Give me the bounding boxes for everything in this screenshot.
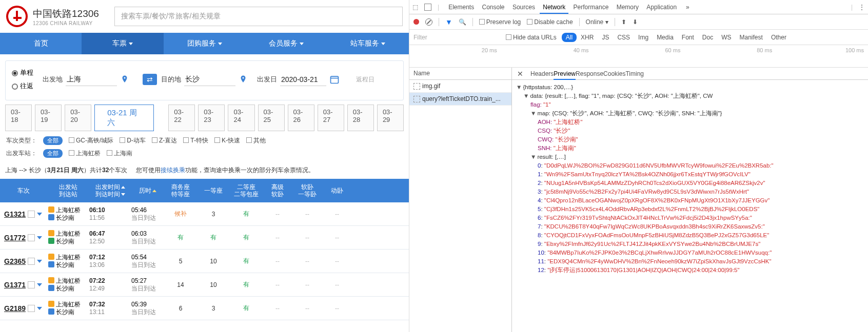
- nav-ticket[interactable]: 车票: [82, 33, 163, 54]
- type-filter-pill[interactable]: Manifest: [736, 33, 767, 42]
- date-tab[interactable]: 03-18: [5, 105, 32, 131]
- date-tab[interactable]: 03-25: [258, 105, 285, 131]
- devtools-tab[interactable]: Console: [479, 2, 508, 13]
- site-search-input[interactable]: 搜索车票/餐饮/常旅客/相关规章: [114, 7, 403, 26]
- close-detail-button[interactable]: ✕: [517, 70, 523, 78]
- col-first[interactable]: 一等座: [197, 187, 230, 194]
- type-filter-pill[interactable]: CSS: [613, 33, 634, 42]
- nav-home[interactable]: 首页: [0, 33, 82, 54]
- detail-tab[interactable]: Headers: [530, 70, 554, 77]
- date-tab[interactable]: 03-24: [228, 105, 254, 131]
- date-input[interactable]: [280, 73, 326, 86]
- devtools-tab[interactable]: Application: [643, 2, 680, 13]
- filter-checkbox[interactable]: 上海虹桥: [69, 149, 101, 158]
- filter-checkbox[interactable]: T-特快: [183, 136, 208, 145]
- date-tab[interactable]: 03-23: [198, 105, 225, 131]
- swap-button[interactable]: ⇄: [143, 74, 157, 85]
- table-row[interactable]: G1371上海虹桥长沙南07:2212:4905:27当日到达1410有----…: [0, 273, 409, 297]
- type-filter-pill[interactable]: Other: [767, 33, 791, 42]
- filter-checkbox[interactable]: Z-直达: [152, 136, 177, 145]
- expand-icon[interactable]: [37, 213, 42, 216]
- clear-button[interactable]: [425, 18, 432, 26]
- table-row[interactable]: G1772上海虹桥长沙南06:4712:5006:03当日到达有有有------: [0, 226, 409, 250]
- date-tab[interactable]: 03-26: [288, 105, 314, 131]
- preview-tree[interactable]: ▼{httpstatus: 200,…}▼data: {result: [,…]…: [512, 80, 868, 278]
- date-tab[interactable]: 03-19: [35, 105, 62, 131]
- devtools-tab[interactable]: Elements: [445, 2, 477, 13]
- more-tabs[interactable]: »: [686, 4, 689, 11]
- table-row[interactable]: G2365上海虹桥长沙南07:1213:0605:54当日到达510有-----…: [0, 250, 409, 273]
- col-second[interactable]: 二等座二等包座: [230, 183, 263, 198]
- date-tab[interactable]: 03-20: [65, 105, 91, 131]
- expand-icon[interactable]: [37, 307, 42, 310]
- date-tab[interactable]: 03-21 周六: [94, 105, 154, 131]
- devtools-tab[interactable]: Memory: [614, 2, 642, 13]
- throttling-select[interactable]: Online ▾: [586, 18, 608, 26]
- filter-all[interactable]: 全部: [43, 149, 63, 158]
- devtools-tab[interactable]: Performance: [570, 2, 612, 13]
- date-tab[interactable]: 03-29: [377, 105, 404, 131]
- timeline[interactable]: 20 ms40 ms60 ms80 ms100 ms: [409, 45, 868, 68]
- trip-round-radio[interactable]: 往返: [12, 81, 33, 91]
- detail-tab[interactable]: Timing: [625, 70, 644, 77]
- col-train-no[interactable]: 车次: [0, 187, 47, 194]
- table-row[interactable]: G1321上海虹桥长沙南06:1011:5605:46当日到达候补3有-----…: [0, 202, 409, 226]
- devtools-tab[interactable]: Network: [540, 2, 568, 14]
- col-business[interactable]: 商务座特等座: [164, 183, 197, 198]
- table-row[interactable]: G2189上海虹桥长沙南07:3213:1105:39当日到达63有------: [0, 297, 409, 320]
- filter-icon[interactable]: ▼: [445, 18, 452, 26]
- record-button[interactable]: [413, 19, 419, 25]
- device-mode-icon[interactable]: [424, 4, 431, 11]
- filter-checkbox[interactable]: K-快速: [214, 136, 240, 145]
- request-item[interactable]: query?leftTicketDTO.train_...: [409, 93, 511, 106]
- type-filter-pill[interactable]: Img: [634, 33, 653, 42]
- date-tab[interactable]: 03-22: [168, 105, 195, 131]
- expand-icon[interactable]: [37, 260, 42, 263]
- upload-icon[interactable]: ⬆: [621, 18, 626, 26]
- date-tab[interactable]: 03-28: [347, 105, 374, 131]
- expand-icon[interactable]: [37, 283, 42, 286]
- col-stations[interactable]: 出发站到达站: [47, 183, 89, 198]
- type-filter-pill[interactable]: XHR: [577, 33, 598, 42]
- col-times[interactable]: 出发时间到达时间: [89, 183, 131, 198]
- search-icon[interactable]: 🔍: [459, 18, 466, 26]
- filter-all[interactable]: 全部: [43, 136, 63, 145]
- nav-group[interactable]: 团购服务: [164, 33, 245, 54]
- chevron-down-icon: [300, 43, 304, 45]
- filter-checkbox[interactable]: 上海南: [107, 149, 132, 158]
- filter-checkbox[interactable]: GC-高铁/城际: [69, 136, 113, 145]
- preserve-log-checkbox[interactable]: Preserve log: [479, 18, 521, 26]
- hide-data-urls-checkbox[interactable]: Hide data URLs: [506, 34, 557, 41]
- col-high-sleep[interactable]: 高级软卧: [263, 183, 292, 198]
- devtools-tab[interactable]: Sources: [509, 2, 538, 13]
- type-filter-pill[interactable]: JS: [598, 33, 613, 42]
- request-item[interactable]: img.gif: [409, 80, 511, 93]
- devtools-menu-icon[interactable]: ⋮: [859, 4, 865, 11]
- detail-tab[interactable]: Response: [576, 70, 603, 77]
- type-filter-pill[interactable]: WS: [717, 33, 735, 42]
- to-input[interactable]: [184, 73, 235, 86]
- type-filter-pill[interactable]: Media: [653, 33, 678, 42]
- trip-single-radio[interactable]: 单程: [12, 68, 33, 77]
- filter-input[interactable]: Filter: [413, 34, 501, 41]
- col-duration[interactable]: 历时: [131, 187, 164, 194]
- from-input[interactable]: [66, 73, 117, 86]
- filter-checkbox[interactable]: D-动车: [120, 136, 146, 145]
- inspect-icon[interactable]: ⬚: [412, 4, 418, 11]
- col-d-sleep[interactable]: 动卧: [322, 187, 352, 194]
- disable-cache-checkbox[interactable]: Disable cache: [527, 18, 573, 26]
- transfer-link[interactable]: 接续换乘: [161, 167, 185, 174]
- date-tab[interactable]: 03-27: [318, 105, 344, 131]
- filter-checkbox[interactable]: 其他: [246, 136, 266, 145]
- detail-tab[interactable]: Cookies: [603, 70, 625, 77]
- type-filter-pill[interactable]: All: [562, 33, 577, 42]
- download-icon[interactable]: ⬇: [633, 18, 638, 26]
- type-filter-pill[interactable]: Doc: [698, 33, 717, 42]
- nav-member[interactable]: 会员服务: [245, 33, 327, 54]
- col-soft-sleep[interactable]: 软卧一等卧: [292, 183, 322, 198]
- type-filter-pill[interactable]: Font: [678, 33, 698, 42]
- expand-icon[interactable]: [37, 236, 42, 239]
- nav-station[interactable]: 站车服务: [327, 33, 409, 54]
- request-list-header: Name: [409, 68, 511, 80]
- detail-tab[interactable]: Preview: [554, 70, 576, 80]
